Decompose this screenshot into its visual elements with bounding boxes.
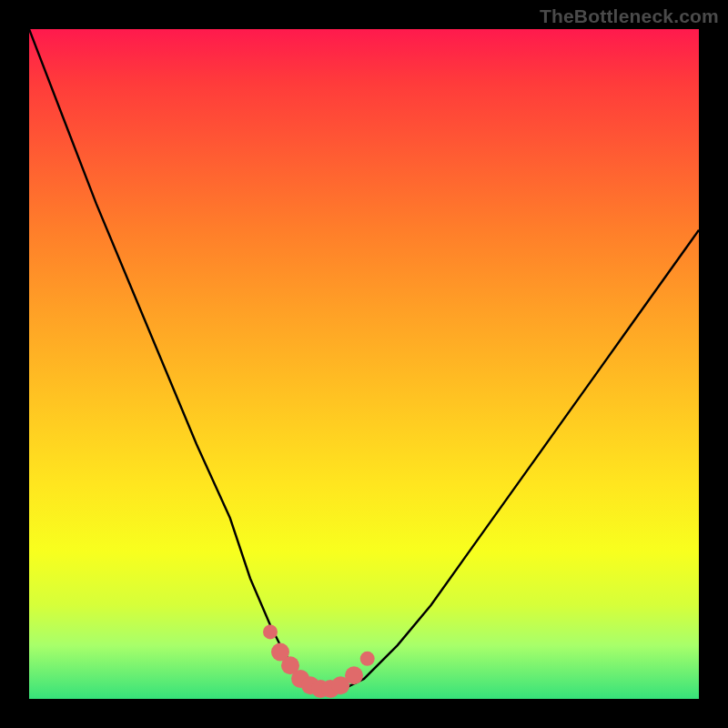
marker-dot [360, 652, 375, 666]
watermark-text: TheBottleneck.com [540, 5, 719, 27]
marker-dot [345, 666, 363, 684]
optimal-zone-markers [263, 624, 375, 698]
chart-frame: TheBottleneck.com [0, 0, 728, 728]
bottleneck-curve [29, 29, 699, 693]
marker-dot [263, 624, 278, 639]
chart-svg [29, 29, 699, 699]
